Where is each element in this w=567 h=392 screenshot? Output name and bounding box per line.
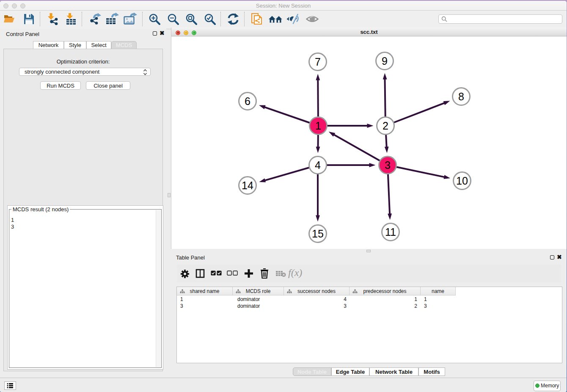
svg-text:6: 6	[245, 95, 250, 107]
svg-text:7: 7	[315, 56, 321, 68]
svg-text:11: 11	[385, 226, 396, 238]
svg-text:2: 2	[383, 120, 388, 132]
svg-text:14: 14	[242, 179, 253, 191]
svg-text:15: 15	[312, 228, 324, 240]
svg-text:3: 3	[385, 159, 391, 171]
svg-text:1: 1	[315, 120, 321, 132]
svg-text:9: 9	[382, 55, 388, 67]
svg-text:8: 8	[458, 91, 464, 102]
svg-text:4: 4	[315, 159, 321, 171]
svg-text:10: 10	[456, 175, 468, 187]
